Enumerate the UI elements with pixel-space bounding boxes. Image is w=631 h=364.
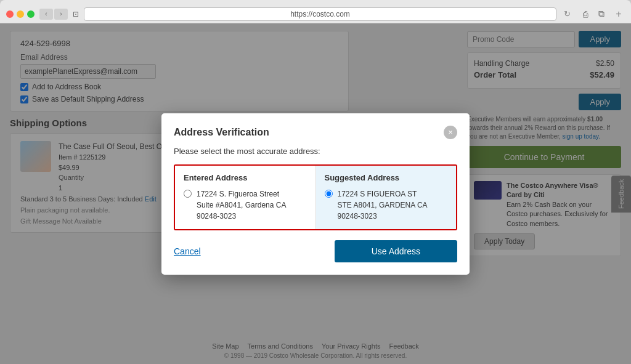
fullscreen-window-button[interactable] bbox=[27, 10, 35, 18]
entered-address-text: 17224 S. Figueroa Street Suite #A8041, G… bbox=[197, 188, 286, 222]
browser-actions: ⎙ ⧉ bbox=[579, 8, 608, 20]
share-button[interactable]: ⎙ bbox=[579, 8, 592, 20]
forward-button[interactable]: › bbox=[54, 9, 68, 20]
cancel-button[interactable]: Cancel bbox=[174, 246, 201, 256]
new-tab-button[interactable]: + bbox=[613, 8, 625, 20]
suggested-address-option: 17224 S FIGUEROA ST STE A8041, GARDENA C… bbox=[325, 188, 448, 222]
back-button[interactable]: ‹ bbox=[39, 9, 53, 20]
close-window-button[interactable] bbox=[6, 10, 14, 18]
nav-buttons: ‹ › bbox=[39, 9, 68, 20]
modal-actions: Cancel Use Address bbox=[174, 240, 457, 262]
entered-address-option: 17224 S. Figueroa Street Suite #A8041, G… bbox=[184, 188, 307, 222]
modal-header: Address Verification × bbox=[174, 126, 457, 139]
suggested-address-title: Suggested Address bbox=[325, 173, 448, 182]
address-columns: Entered Address 17224 S. Figueroa Street… bbox=[174, 164, 457, 230]
refresh-icon[interactable]: ↻ bbox=[564, 9, 571, 18]
address-bar[interactable]: https://costco.com bbox=[84, 7, 556, 21]
suggested-address-text: 17224 S FIGUEROA ST STE A8041, GARDENA C… bbox=[338, 188, 428, 222]
suggested-address-col: Suggested Address 17224 S FIGUEROA ST ST… bbox=[316, 166, 457, 229]
tab-icon: ⊡ bbox=[73, 10, 79, 18]
minimize-window-button[interactable] bbox=[17, 10, 24, 18]
entered-address-radio[interactable] bbox=[184, 190, 192, 198]
modal-subtitle: Please select the most accurate address: bbox=[174, 147, 457, 156]
address-verification-modal: Address Verification × Please select the… bbox=[161, 113, 470, 275]
traffic-lights bbox=[6, 10, 35, 18]
modal-title: Address Verification bbox=[174, 127, 269, 138]
entered-address-col: Entered Address 17224 S. Figueroa Street… bbox=[175, 166, 316, 229]
modal-close-button[interactable]: × bbox=[444, 126, 457, 139]
url-text: https://costco.com bbox=[290, 10, 350, 18]
page-container: 424-529-6998 Email Address Add to Addres… bbox=[0, 23, 631, 364]
duplicate-button[interactable]: ⧉ bbox=[595, 8, 608, 20]
entered-address-title: Entered Address bbox=[184, 173, 307, 182]
suggested-address-radio[interactable] bbox=[325, 190, 333, 198]
browser-chrome: ‹ › ⊡ https://costco.com ↻ ⎙ ⧉ + bbox=[0, 0, 631, 23]
use-address-button[interactable]: Use Address bbox=[335, 240, 457, 262]
modal-overlay: Address Verification × Please select the… bbox=[0, 23, 631, 364]
